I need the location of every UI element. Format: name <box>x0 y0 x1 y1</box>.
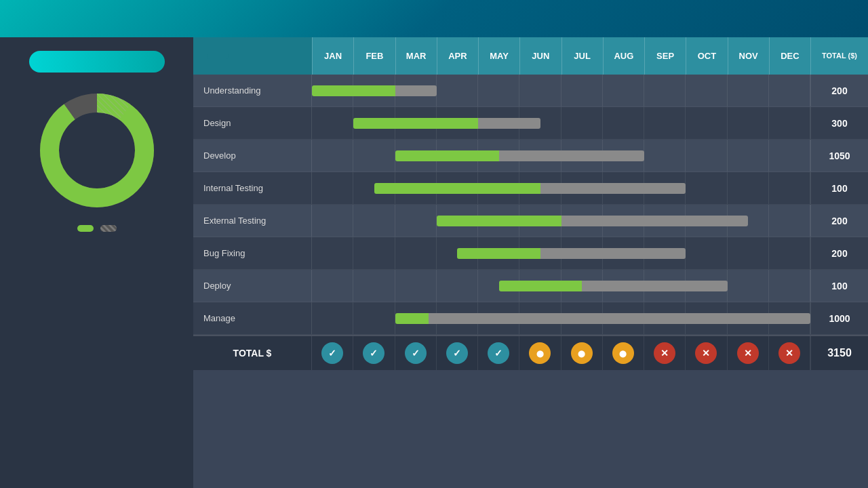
row-months <box>312 237 810 269</box>
row-total: 300 <box>810 107 868 139</box>
total-row-label: TOTAL $ <box>193 336 312 370</box>
month-col <box>353 270 395 302</box>
month-col <box>437 75 478 106</box>
row-total: 1000 <box>810 302 868 334</box>
month-dec: DEC <box>769 37 810 75</box>
gantt-bar <box>353 118 540 129</box>
row-months <box>312 107 810 139</box>
main-chart: JAN FEB MAR APR MAY JUN JUL AUG SEP OCT … <box>193 37 868 488</box>
check-icon: ✓ <box>405 342 427 364</box>
row-total: 100 <box>810 172 868 204</box>
month-apr: APR <box>437 37 478 75</box>
total-icon-cell: ✓ <box>437 336 478 370</box>
month-mar: MAR <box>395 37 437 75</box>
month-col <box>769 172 810 204</box>
month-col <box>728 140 769 171</box>
gantt-bar <box>437 216 748 226</box>
month-col <box>353 205 395 237</box>
gantt-bar <box>395 313 811 324</box>
month-col <box>769 237 810 269</box>
month-col <box>728 270 769 302</box>
month-col <box>561 107 603 139</box>
row-label: Develop <box>193 140 312 171</box>
total-icon-cell: ✕ <box>686 336 727 370</box>
year-badge <box>207 54 229 59</box>
table-row: External Testing200 <box>193 205 868 237</box>
month-col <box>312 140 353 171</box>
month-aug: AUG <box>603 37 644 75</box>
month-sep: SEP <box>644 37 686 75</box>
x-icon: ✕ <box>737 342 759 364</box>
month-col <box>312 205 353 237</box>
month-col <box>312 302 353 334</box>
total-icon-cell: ✓ <box>395 336 437 370</box>
month-feb: FEB <box>353 37 395 75</box>
row-total: 100 <box>810 270 868 302</box>
month-col <box>769 75 810 106</box>
check-icon: ✓ <box>321 342 343 364</box>
month-col <box>728 75 769 106</box>
month-col <box>769 107 810 139</box>
total-icon-cell: ⬤ <box>603 336 644 370</box>
legend-pending <box>100 225 117 232</box>
total-icon-cell: ✕ <box>728 336 769 370</box>
row-months <box>312 172 810 204</box>
circle-icon: ⬤ <box>612 342 634 364</box>
month-col <box>728 107 769 139</box>
total-row: TOTAL $✓✓✓✓✓⬤⬤⬤✕✕✕✕3150 <box>193 335 868 370</box>
gantt-bar <box>395 150 645 161</box>
row-label: Bug Fixing <box>193 237 312 269</box>
total-icon-cell: ✓ <box>478 336 519 370</box>
gantt-bar <box>457 248 686 259</box>
month-col <box>686 140 727 171</box>
legend-completed <box>77 225 94 232</box>
row-label: External Testing <box>193 205 312 237</box>
row-months <box>312 140 810 171</box>
month-col <box>312 107 353 139</box>
row-months <box>312 75 810 106</box>
check-icon: ✓ <box>488 342 509 364</box>
total-icon-cell: ✓ <box>353 336 395 370</box>
month-col <box>686 172 727 204</box>
row-total: 200 <box>810 205 868 237</box>
x-icon: ✕ <box>654 342 675 364</box>
total-icon-cell: ✓ <box>312 336 353 370</box>
x-icon: ✕ <box>778 342 800 364</box>
month-jul: JUL <box>561 37 603 75</box>
month-col <box>644 140 686 171</box>
month-col <box>353 237 395 269</box>
row-label: Internal Testing <box>193 172 312 204</box>
table-row: Deploy100 <box>193 270 868 302</box>
month-col <box>686 75 727 106</box>
month-col <box>686 237 727 269</box>
check-icon: ✓ <box>363 342 384 364</box>
x-icon: ✕ <box>695 342 717 364</box>
svg-point-2 <box>50 103 144 198</box>
top-bar <box>0 0 868 37</box>
month-col <box>644 75 686 106</box>
row-months <box>312 302 810 334</box>
row-label: Manage <box>193 302 312 334</box>
gantt-bar <box>499 281 728 291</box>
row-total: 1050 <box>810 140 868 171</box>
row-total: 200 <box>810 237 868 269</box>
row-months <box>312 270 810 302</box>
month-col <box>395 270 437 302</box>
total-icon-cell: ✕ <box>644 336 686 370</box>
month-col <box>312 172 353 204</box>
row-total: 200 <box>810 75 868 106</box>
total-icon-cell: ⬤ <box>561 336 603 370</box>
table-row: Bug Fixing200 <box>193 237 868 270</box>
year-cell <box>193 37 312 75</box>
chart-body: Understanding200Design300Develop1050Inte… <box>193 75 868 370</box>
month-col <box>561 75 603 106</box>
month-oct: OCT <box>686 37 727 75</box>
table-row: Understanding200 <box>193 75 868 107</box>
total-icon-cell: ✕ <box>769 336 810 370</box>
table-row: Internal Testing100 <box>193 172 868 205</box>
month-col <box>395 205 437 237</box>
month-nov: NOV <box>728 37 769 75</box>
row-label: Understanding <box>193 75 312 106</box>
table-row: Manage1000 <box>193 302 868 335</box>
left-panel <box>0 37 193 488</box>
